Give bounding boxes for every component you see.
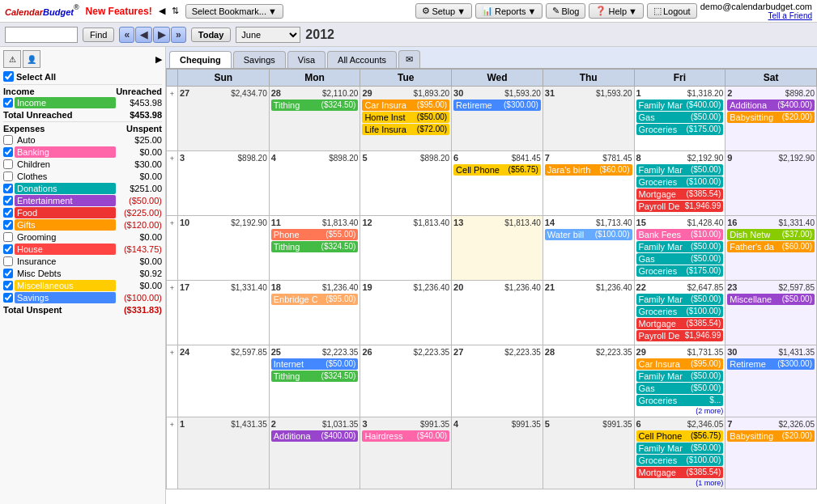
prev-month-btn[interactable]: ◀ <box>135 27 152 43</box>
expense-checkbox[interactable] <box>3 256 13 266</box>
expense-checkbox[interactable] <box>3 220 13 230</box>
day-number[interactable]: 3 <box>180 153 185 163</box>
day-number[interactable]: 24 <box>180 347 189 357</box>
calendar-event[interactable]: Groceries($100.00) <box>636 176 724 188</box>
select-all-checkbox[interactable] <box>3 71 14 82</box>
next-month-btn[interactable]: ▶ <box>153 27 170 43</box>
calendar-event[interactable]: Car Insura($95.00) <box>362 100 449 111</box>
calendar-event[interactable]: Gas($50.00) <box>636 253 724 265</box>
income-income-checkbox[interactable] <box>3 98 13 108</box>
calendar-event[interactable]: Phone($55.00) <box>271 229 359 240</box>
calendar-event[interactable]: Tithing($324.50) <box>271 371 359 382</box>
calendar-event[interactable]: Bank Fees($10.00) <box>636 229 724 240</box>
expense-checkbox[interactable] <box>3 135 13 145</box>
expense-checkbox[interactable] <box>3 172 13 181</box>
row-nav[interactable]: + <box>167 345 178 417</box>
day-number[interactable]: 21 <box>545 282 555 292</box>
day-number[interactable]: 20 <box>453 282 463 292</box>
calendar-event[interactable]: Family Mar($50.00) <box>636 241 724 252</box>
day-number[interactable]: 30 <box>453 88 463 98</box>
calendar-event[interactable]: Cell Phone($56.75) <box>636 430 724 442</box>
more-events-link[interactable]: (1 more) <box>636 479 724 487</box>
calendar-event[interactable]: Family Mar($50.00) <box>636 443 724 454</box>
calendar-event[interactable]: Family Mar($400.00) <box>636 100 724 111</box>
day-number[interactable]: 13 <box>453 218 463 227</box>
calendar-event[interactable]: Home Inst($50.00) <box>362 112 449 123</box>
day-number[interactable]: 1 <box>180 419 185 429</box>
day-number[interactable]: 31 <box>545 88 555 98</box>
day-number[interactable]: 27 <box>453 347 463 357</box>
calendar-event[interactable]: Payroll De$1,946.99 <box>636 201 724 212</box>
day-number[interactable]: 6 <box>453 153 458 163</box>
setup-btn[interactable]: ⚙ Setup ▼ <box>415 3 472 19</box>
calendar-event[interactable]: Family Mar($50.00) <box>636 164 724 176</box>
day-number[interactable]: 5 <box>362 153 367 163</box>
day-number[interactable]: 2 <box>271 419 276 429</box>
day-number[interactable]: 4 <box>271 153 276 163</box>
expense-checkbox[interactable] <box>3 293 13 303</box>
day-number[interactable]: 17 <box>180 282 189 292</box>
day-number[interactable]: 7 <box>727 419 732 429</box>
logout-btn[interactable]: ⬚ Logout <box>647 3 697 19</box>
find-button[interactable]: Find <box>83 28 114 42</box>
calendar-event[interactable]: Internet($50.00) <box>271 358 359 370</box>
calendar-event[interactable]: Groceries($175.00) <box>636 265 724 277</box>
calendar-event[interactable]: Gas($50.00) <box>636 383 724 394</box>
day-number[interactable]: 15 <box>636 218 646 227</box>
day-number[interactable]: 5 <box>545 419 550 429</box>
tab-edit-icon[interactable]: ✉ <box>398 50 420 68</box>
calendar-event[interactable]: Additiona($400.00) <box>727 100 815 111</box>
day-number[interactable]: 8 <box>636 153 641 163</box>
day-number[interactable]: 4 <box>453 419 458 429</box>
calendar-event[interactable]: Retireme($300.00) <box>453 100 541 111</box>
row-nav[interactable]: + <box>167 417 178 489</box>
tab-chequing[interactable]: Chequing <box>169 51 232 68</box>
expense-checkbox[interactable] <box>3 184 13 193</box>
calendar-event[interactable]: Payroll De$1,946.99 <box>636 330 724 341</box>
expense-checkbox[interactable] <box>3 269 13 278</box>
calendar-event[interactable]: Babysitting($20.00) <box>727 112 815 123</box>
calendar-event[interactable]: Babysitting($20.00) <box>727 430 815 442</box>
help-btn[interactable]: ❓ Help ▼ <box>589 3 644 19</box>
sidebar-icon-person[interactable]: 👤 <box>23 50 40 68</box>
row-nav[interactable]: + <box>167 151 178 216</box>
next-year-btn[interactable]: » <box>171 27 186 43</box>
calendar-event[interactable]: Hairdress($40.00) <box>362 430 449 442</box>
calendar-event[interactable]: Jara's birth($60.00) <box>545 164 632 176</box>
expense-checkbox[interactable] <box>3 208 13 218</box>
more-events-link[interactable]: (2 more) <box>636 407 724 415</box>
calendar-event[interactable]: Groceries($100.00) <box>636 306 724 317</box>
tell-friend-link[interactable]: Tell a Friend <box>768 11 812 20</box>
expense-checkbox[interactable] <box>3 232 13 242</box>
day-number[interactable]: 3 <box>362 419 367 429</box>
calendar-event[interactable]: Water bill($100.00) <box>545 229 632 240</box>
day-number[interactable]: 11 <box>271 218 281 227</box>
expense-checkbox[interactable] <box>3 159 13 169</box>
calendar-event[interactable]: Retireme($300.00) <box>727 358 815 370</box>
day-number[interactable]: 10 <box>180 218 189 227</box>
search-input[interactable] <box>5 27 78 43</box>
day-number[interactable]: 12 <box>362 218 372 227</box>
day-number[interactable]: 6 <box>636 419 641 429</box>
calendar-event[interactable]: Life Insura($72.00) <box>362 124 449 135</box>
day-number[interactable]: 2 <box>727 88 732 98</box>
tab-savings[interactable]: Savings <box>233 51 286 68</box>
calendar-event[interactable]: Cell Phone($56.75) <box>453 164 541 176</box>
day-number[interactable]: 16 <box>727 218 737 227</box>
day-number[interactable]: 29 <box>362 88 372 98</box>
row-nav[interactable]: + <box>167 281 178 345</box>
calendar-event[interactable]: Tithing($324.50) <box>271 241 359 252</box>
calendar-event[interactable]: Enbridge C($95.00) <box>271 294 359 305</box>
calendar-event[interactable]: Dish Netw($37.00) <box>727 229 815 240</box>
calendar-event[interactable]: Groceries($175.00) <box>636 124 724 135</box>
blog-btn[interactable]: ✎ Blog <box>546 3 585 19</box>
expense-checkbox[interactable] <box>3 196 13 205</box>
month-select[interactable]: JanuaryFebruaryMarch AprilMayJune JulyAu… <box>236 27 300 43</box>
expense-checkbox[interactable] <box>3 244 13 254</box>
day-number[interactable]: 1 <box>636 88 641 98</box>
day-number[interactable]: 7 <box>545 153 550 163</box>
calendar-event[interactable]: Family Mar($50.00) <box>636 294 724 305</box>
tab-all-accounts[interactable]: All Accounts <box>327 51 397 68</box>
day-number[interactable]: 9 <box>727 153 732 163</box>
calendar-event[interactable]: Tithing($324.50) <box>271 100 359 111</box>
